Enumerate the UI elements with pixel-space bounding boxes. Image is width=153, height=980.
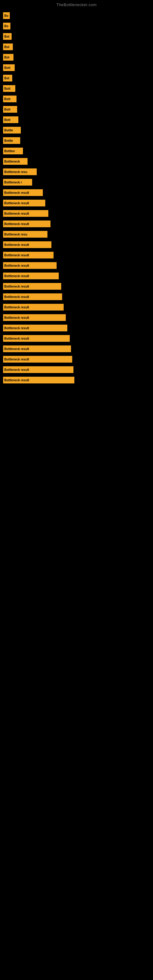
bar-label: Bottleneck result — [4, 295, 29, 299]
bar-row: Bottleneck resu — [3, 167, 150, 176]
result-bar: Bottleneck result — [3, 210, 48, 217]
result-bar: Bottleneck result — [3, 200, 45, 207]
result-bar: Bottleneck — [3, 158, 27, 165]
bar-label: Bottle — [4, 139, 13, 142]
bar-label: Bottleneck result — [4, 368, 29, 371]
result-bar: Bottleneck result — [3, 314, 66, 321]
result-bar: Bottleneck result — [3, 366, 73, 373]
result-bar: Bottleneck result — [3, 345, 71, 352]
bar-row: Bottleneck result — [3, 272, 150, 280]
bar-label: Bottleneck r — [4, 181, 22, 184]
result-bar: Bottleneck result — [3, 241, 51, 248]
result-bar: Bo — [3, 12, 10, 19]
bar-label: Bott — [4, 108, 10, 111]
bar-row: Bottleneck — [3, 157, 150, 166]
bar-row: Bottle — [3, 136, 150, 145]
bar-row: Bottleneck result — [3, 293, 150, 301]
bar-label: Bottleneck result — [4, 316, 29, 320]
bar-row: Bott — [3, 64, 150, 72]
result-bar: Bottleneck result — [3, 252, 54, 258]
bar-row: Bottleneck result — [3, 376, 150, 384]
result-bar: Bottleneck result — [3, 221, 51, 227]
bars-container: BoBoBotBotBotBottBotBottBottBottBottBott… — [0, 8, 153, 389]
bar-label: Bottleneck result — [4, 243, 29, 247]
site-title: TheBottlenecker.com — [0, 0, 153, 8]
bar-row: Bottleneck result — [3, 334, 150, 343]
bar-label: Bottleneck result — [4, 212, 29, 215]
bar-row: Bot — [3, 53, 150, 62]
bar-label: Bottleneck resu — [4, 170, 27, 173]
bar-row: Bottleneck result — [3, 188, 150, 197]
result-bar: Bottleneck result — [3, 356, 72, 363]
bar-row: Bottleneck result — [3, 303, 150, 312]
bar-label: Bott — [4, 87, 10, 90]
result-bar: Bot — [3, 33, 12, 40]
result-bar: Bottleneck r — [3, 179, 32, 186]
bar-label: Bottleneck result — [4, 337, 29, 340]
bar-row: Bottleneck result — [3, 313, 150, 322]
result-bar: Bottleneck result — [3, 293, 62, 300]
bar-row: Bot — [3, 74, 150, 83]
result-bar: Bottle — [3, 127, 21, 134]
bar-row: Bott — [3, 105, 150, 114]
bar-label: Bott — [4, 97, 10, 101]
bar-label: Bott — [4, 66, 10, 70]
result-bar: Bot — [3, 75, 12, 81]
result-bar: Bott — [3, 106, 17, 113]
bar-label: Bottleneck result — [4, 274, 29, 278]
bar-label: Bottleneck result — [4, 202, 29, 205]
bar-label: Bot — [4, 35, 10, 38]
result-bar: Bottleneck result — [3, 325, 67, 331]
bar-row: Bot — [3, 43, 150, 51]
bar-label: Bottleneck result — [4, 264, 29, 267]
bar-row: Bottleneck result — [3, 199, 150, 207]
bar-label: Bottleneck result — [4, 347, 29, 351]
result-bar: Bott — [3, 95, 16, 102]
result-bar: Bottleneck result — [3, 262, 57, 269]
bar-label: Bottleneck — [4, 160, 20, 163]
bar-row: Bottle — [3, 126, 150, 134]
bar-row: Bottleneck result — [3, 365, 150, 374]
bar-row: Bo — [3, 22, 150, 30]
bar-row: Bottleneck result — [3, 261, 150, 270]
bar-row: Bott — [3, 95, 150, 103]
bar-row: Bott — [3, 115, 150, 124]
bar-row: Bottleneck resu — [3, 230, 150, 239]
bar-row: Bottleneck result — [3, 355, 150, 364]
bar-label: Bottlen — [4, 150, 15, 153]
result-bar: Bott — [3, 116, 18, 123]
result-bar: Bott — [3, 64, 15, 71]
result-bar: Bottleneck result — [3, 283, 61, 290]
bar-row: Bottleneck r — [3, 178, 150, 186]
result-bar: Bottleneck result — [3, 304, 64, 310]
bar-row: Bottleneck result — [3, 345, 150, 353]
bar-label: Bot — [4, 45, 10, 49]
result-bar: Bott — [3, 85, 15, 92]
bar-row: Bottleneck result — [3, 220, 150, 228]
bar-label: Bottleneck result — [4, 285, 29, 288]
result-bar: Bottle — [3, 137, 20, 144]
result-bar: Bottleneck result — [3, 377, 74, 383]
bar-label: Bot — [4, 56, 10, 59]
bar-label: Bot — [4, 76, 10, 80]
result-bar: Bot — [3, 43, 13, 50]
result-bar: Bot — [3, 54, 13, 60]
bar-label: Bottleneck result — [4, 358, 29, 361]
bar-label: Bottleneck result — [4, 254, 29, 257]
bar-label: Bottle — [4, 129, 13, 132]
bar-label: Bottleneck result — [4, 191, 29, 194]
result-bar: Bottleneck result — [3, 335, 70, 342]
bar-row: Bott — [3, 84, 150, 93]
bar-row: Bottleneck result — [3, 251, 150, 259]
bar-row: Bottleneck result — [3, 282, 150, 291]
result-bar: Bo — [3, 23, 10, 29]
result-bar: Bottleneck result — [3, 189, 43, 196]
bar-label: Bottleneck resu — [4, 233, 27, 236]
bar-row: Bottleneck result — [3, 209, 150, 218]
bar-label: Bottleneck result — [4, 222, 29, 226]
bar-row: Bottleneck result — [3, 240, 150, 249]
bar-label: Bo — [4, 24, 8, 28]
bar-label: Bo — [4, 14, 8, 18]
bar-row: Bottlen — [3, 147, 150, 155]
bar-row: Bottleneck result — [3, 324, 150, 332]
